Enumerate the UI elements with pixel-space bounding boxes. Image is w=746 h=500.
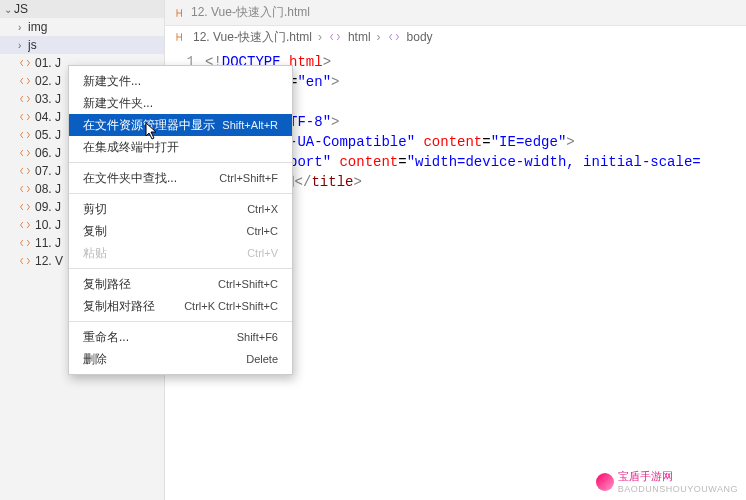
tree-folder-img[interactable]: › img — [0, 18, 164, 36]
tab-bar: 12. Vue-快速入门.html — [165, 0, 746, 26]
chevron-down-icon: ⌄ — [4, 4, 14, 15]
menu-item: 粘贴Ctrl+V — [69, 242, 292, 264]
watermark-sub: BAODUNSHOUYOUWANG — [618, 484, 738, 494]
tree-label: 12. V — [35, 254, 63, 268]
html-file-icon — [18, 165, 32, 177]
tree-label: 02. J — [35, 74, 61, 88]
menu-label: 删除 — [83, 351, 107, 368]
chevron-right-icon: › — [318, 30, 322, 44]
menu-label: 复制路径 — [83, 276, 131, 293]
menu-label: 复制相对路径 — [83, 298, 155, 315]
watermark-logo-icon — [596, 473, 614, 491]
menu-separator — [69, 321, 292, 322]
menu-item[interactable]: 在集成终端中打开 — [69, 136, 292, 158]
tree-label: 10. J — [35, 218, 61, 232]
menu-label: 在文件资源管理器中显示 — [83, 117, 215, 134]
chevron-right-icon: › — [18, 40, 28, 51]
html-file-icon — [18, 147, 32, 159]
menu-label: 新建文件... — [83, 73, 141, 90]
menu-shortcut: Ctrl+C — [247, 225, 278, 237]
html-file-icon — [18, 219, 32, 231]
chevron-right-icon: › — [18, 22, 28, 33]
menu-separator — [69, 162, 292, 163]
menu-item[interactable]: 在文件夹中查找...Ctrl+Shift+F — [69, 167, 292, 189]
menu-item[interactable]: 删除Delete — [69, 348, 292, 370]
watermark-brand: 宝盾手游网 — [618, 469, 738, 484]
chevron-right-icon: › — [377, 30, 381, 44]
html-file-icon — [173, 7, 187, 19]
tree-label: 03. J — [35, 92, 61, 106]
menu-label: 新建文件夹... — [83, 95, 153, 112]
menu-item[interactable]: 新建文件... — [69, 70, 292, 92]
menu-item[interactable]: 剪切Ctrl+X — [69, 198, 292, 220]
menu-label: 复制 — [83, 223, 107, 240]
menu-separator — [69, 268, 292, 269]
menu-shortcut: Shift+F6 — [237, 331, 278, 343]
menu-item[interactable]: 复制路径Ctrl+Shift+C — [69, 273, 292, 295]
breadcrumb-body[interactable]: body — [407, 30, 433, 44]
breadcrumb[interactable]: 12. Vue-快速入门.html › html › body — [165, 26, 746, 48]
tree-root-js[interactable]: ⌄ JS — [0, 0, 164, 18]
menu-item[interactable]: 新建文件夹... — [69, 92, 292, 114]
menu-separator — [69, 193, 292, 194]
html-file-icon — [173, 31, 187, 43]
menu-item[interactable]: 复制Ctrl+C — [69, 220, 292, 242]
menu-item[interactable]: 复制相对路径Ctrl+K Ctrl+Shift+C — [69, 295, 292, 317]
context-menu: 新建文件...新建文件夹...在文件资源管理器中显示Shift+Alt+R在集成… — [68, 65, 293, 375]
tag-icon — [387, 31, 401, 43]
html-file-icon — [18, 57, 32, 69]
menu-shortcut: Ctrl+V — [247, 247, 278, 259]
menu-label: 粘贴 — [83, 245, 107, 262]
menu-shortcut: Ctrl+Shift+F — [219, 172, 278, 184]
html-file-icon — [18, 255, 32, 267]
menu-shortcut: Delete — [246, 353, 278, 365]
tree-label: JS — [14, 2, 28, 16]
menu-shortcut: Shift+Alt+R — [222, 119, 278, 131]
tree-label: 08. J — [35, 182, 61, 196]
tree-label: 04. J — [35, 110, 61, 124]
breadcrumb-file[interactable]: 12. Vue-快速入门.html — [193, 29, 312, 46]
menu-item[interactable]: 重命名...Shift+F6 — [69, 326, 292, 348]
menu-shortcut: Ctrl+K Ctrl+Shift+C — [184, 300, 278, 312]
tree-folder-js[interactable]: › js — [0, 36, 164, 54]
tree-label: 11. J — [35, 236, 61, 250]
html-file-icon — [18, 93, 32, 105]
menu-label: 在集成终端中打开 — [83, 139, 179, 156]
menu-label: 在文件夹中查找... — [83, 170, 177, 187]
tree-label: js — [28, 38, 37, 52]
tree-label: 07. J — [35, 164, 61, 178]
menu-item[interactable]: 在文件资源管理器中显示Shift+Alt+R — [69, 114, 292, 136]
watermark: 宝盾手游网 BAODUNSHOUYOUWANG — [596, 469, 738, 494]
tree-label: 01. J — [35, 56, 61, 70]
menu-label: 重命名... — [83, 329, 129, 346]
tag-icon — [328, 31, 342, 43]
tree-label: img — [28, 20, 47, 34]
menu-shortcut: Ctrl+X — [247, 203, 278, 215]
html-file-icon — [18, 75, 32, 87]
html-file-icon — [18, 111, 32, 123]
tree-label: 05. J — [35, 128, 61, 142]
html-file-icon — [18, 129, 32, 141]
menu-shortcut: Ctrl+Shift+C — [218, 278, 278, 290]
html-file-icon — [18, 237, 32, 249]
menu-label: 剪切 — [83, 201, 107, 218]
tab-label[interactable]: 12. Vue-快速入门.html — [191, 4, 310, 21]
tree-label: 09. J — [35, 200, 61, 214]
html-file-icon — [18, 201, 32, 213]
html-file-icon — [18, 183, 32, 195]
tree-label: 06. J — [35, 146, 61, 160]
breadcrumb-html[interactable]: html — [348, 30, 371, 44]
